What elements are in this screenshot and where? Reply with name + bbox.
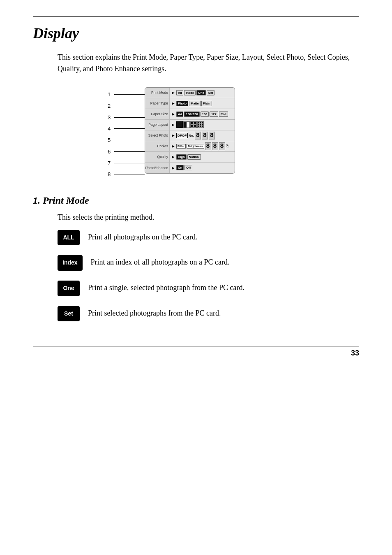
- screen-label-copies: Copies: [145, 141, 170, 151]
- index-badge: Index: [58, 255, 83, 271]
- screen-label-selectphoto: Select Photo: [145, 130, 170, 141]
- screen-display: Print Mode ► All Index One Set Paper Typ…: [145, 87, 235, 174]
- btn-row-one: One Print a single, selected photograph …: [58, 281, 359, 296]
- diagram: 1 2 3 4 5: [33, 87, 359, 180]
- one-description: Print a single, selected photograph from…: [88, 281, 244, 293]
- set-badge: Set: [58, 306, 80, 322]
- btn-all: All: [176, 90, 184, 95]
- btn-row-index: Index Print an index of all photographs …: [58, 255, 359, 271]
- row-num-5: 5: [108, 137, 114, 143]
- all-badge: ALL: [58, 230, 80, 246]
- row-1: 1: [108, 89, 145, 100]
- row-num-3: 3: [108, 114, 114, 121]
- filter-btn: Filter: [176, 144, 186, 149]
- screen-content-photoenhance: On Off: [176, 165, 235, 170]
- screen-label-papersize: Paper Size: [145, 109, 170, 119]
- section1-body: This selects the printing method. ALL Pr…: [58, 212, 359, 322]
- row-line-5: [114, 140, 145, 140]
- row-line-7: [114, 163, 145, 163]
- screen-row-copies: Copies ► Filter Brightness 8 8 8 ↻: [145, 141, 235, 152]
- screen-label-printmode: Print Mode: [145, 88, 170, 98]
- screen-content-pagelayout: [176, 121, 235, 128]
- row-8: 8: [108, 169, 145, 180]
- row-line-3: [114, 117, 145, 118]
- row-7: 7: [108, 157, 145, 169]
- row-num-7: 7: [108, 160, 114, 166]
- screen-label-quality: Quality: [145, 152, 170, 162]
- row-line-8: [114, 174, 145, 174]
- layout-icon-half: [183, 121, 190, 128]
- btn-row-all: ALL Print all photographs on the PC card…: [58, 230, 359, 246]
- row-line-6: [114, 151, 145, 152]
- btn-normal: Normal: [187, 154, 201, 160]
- screen-label-papertype: Paper Type: [145, 98, 170, 109]
- layout-icons: [176, 121, 204, 128]
- row-6: 6: [108, 146, 145, 158]
- brightness-btn: Brightness: [187, 144, 204, 149]
- row-num-1: 1: [108, 91, 114, 98]
- seg-digit-2: 8: [202, 132, 208, 139]
- row-5: 5: [108, 135, 145, 146]
- screen-row-papertype: Paper Type ► Photo Matte Plain: [145, 98, 235, 109]
- screen-arrow-1: ►: [171, 90, 175, 95]
- screen-row-quality: Quality ► High Normal: [145, 152, 235, 163]
- screen-row-photoenhance: PhotoEnhance ► On Off: [145, 163, 235, 173]
- screen-arrow-5: ►: [171, 133, 175, 138]
- btn-one: One: [196, 90, 206, 95]
- no-label: No.: [189, 134, 194, 137]
- row-line-2: [114, 106, 145, 106]
- copies-seg-2: 8: [212, 142, 218, 150]
- one-badge: One: [58, 281, 80, 296]
- top-rule: [33, 16, 359, 17]
- all-description: Print all photographs on the PC card.: [88, 230, 197, 243]
- btn-100: 100: [201, 111, 209, 117]
- btn-127: 127: [210, 111, 218, 117]
- screen-content-selectphoto: DPOF No. 8 8 8: [176, 132, 235, 139]
- row-num-6: 6: [108, 149, 114, 155]
- btn-matte: Matte: [189, 101, 201, 106]
- screen-row-pagelayout: Page Layout ►: [145, 120, 235, 130]
- screen-arrow-8: ►: [171, 165, 175, 170]
- seg-digit-3: 8: [209, 132, 215, 139]
- copies-seg-1: 8: [205, 142, 211, 150]
- copies-seg-3: 8: [219, 142, 225, 150]
- screen-arrow-2: ►: [171, 101, 175, 106]
- screen-row-papersize: Paper Size ► A4 100x150 100 127 Roll: [145, 109, 235, 120]
- btn-index: Index: [184, 90, 196, 95]
- row-4: 4: [108, 123, 145, 135]
- screen-row-printmode: Print Mode ► All Index One Set: [145, 88, 235, 98]
- row-num-4: 4: [108, 125, 114, 132]
- screen-arrow-4: ►: [171, 122, 175, 127]
- btn-high: High: [176, 154, 187, 160]
- btn-roll: Roll: [219, 111, 228, 117]
- layout-icon-quarter: [190, 121, 197, 128]
- page-title: Display: [33, 25, 359, 42]
- btn-on: On: [176, 165, 184, 170]
- intro-text: This section explains the Print Mode, Pa…: [58, 52, 359, 75]
- screen-content-copies: Filter Brightness 8 8 8 ↻: [176, 142, 235, 150]
- screen-label-pagelayout: Page Layout: [145, 120, 170, 130]
- page: Display This section explains the Print …: [0, 0, 392, 382]
- btn-plain: Plain: [201, 101, 212, 106]
- btn-100x150: 100x150: [184, 111, 199, 117]
- screen-row-selectphoto: Select Photo ► DPOF No. 8 8 8: [145, 130, 235, 141]
- screen-content-printmode: All Index One Set: [176, 90, 235, 95]
- page-number: 33: [33, 349, 359, 358]
- btn-photo: Photo: [176, 101, 188, 106]
- btn-set: Set: [207, 90, 215, 95]
- index-description: Print an index of all photographs on a P…: [91, 255, 230, 268]
- btn-a4: A4: [176, 111, 184, 117]
- row-num-8: 8: [108, 171, 114, 177]
- row-line-1: [114, 94, 145, 95]
- layout-icon-full: [176, 121, 183, 128]
- screen-arrow-7: ►: [171, 154, 175, 159]
- diagram-inner: 1 2 3 4 5: [108, 87, 284, 180]
- bottom-rule: [33, 346, 359, 346]
- layout-icon-nine: [197, 121, 204, 128]
- btn-row-set: Set Print selected photographs from the …: [58, 306, 359, 322]
- screen-arrow-3: ►: [171, 111, 175, 116]
- btn-off: Off: [184, 165, 192, 170]
- row-num-2: 2: [108, 103, 114, 109]
- section1-intro: This selects the printing method.: [58, 212, 359, 223]
- screen-content-papersize: A4 100x150 100 127 Roll: [176, 111, 235, 117]
